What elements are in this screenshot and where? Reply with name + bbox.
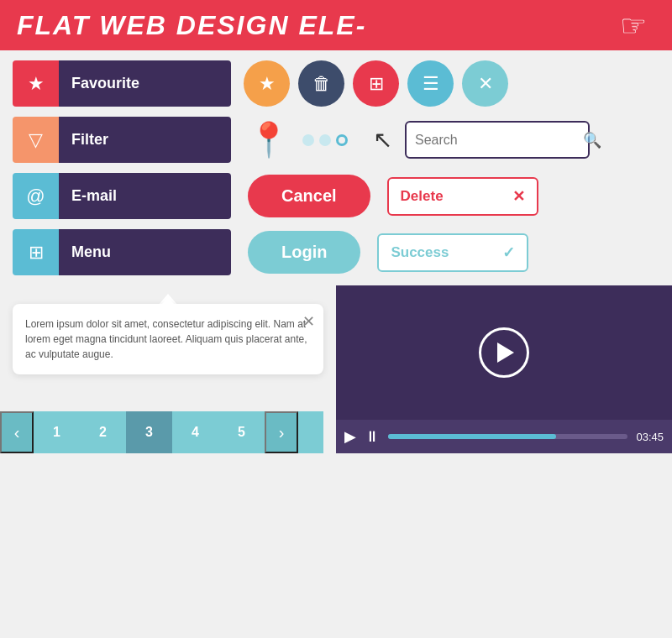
- menu-icon-box: ⊞: [13, 229, 59, 275]
- success-button[interactable]: Success ✓: [377, 233, 528, 272]
- play-button[interactable]: [479, 327, 529, 378]
- cancel-button[interactable]: Cancel: [248, 175, 370, 217]
- search-icon: 🔍: [583, 131, 601, 149]
- filter-icon: ▽: [29, 129, 43, 151]
- filter-icon-box: ▽: [13, 117, 59, 163]
- circle-buttons-row: ★ 🗑 ⊞ ☰ ✕: [244, 60, 659, 107]
- star-circle-btn[interactable]: ★: [244, 60, 290, 107]
- nav-item-filter[interactable]: ▽ Filter: [13, 117, 231, 163]
- row-menu: ⊞ Menu Login Success ✓: [13, 229, 659, 275]
- tooltip-bubble: Lorem ipsum dolor sit amet, consectetur …: [13, 304, 323, 374]
- time-display: 03:45: [636, 431, 664, 443]
- dot-3: [336, 134, 348, 146]
- page-title: FLAT WEB DESIGN ELE-: [17, 10, 366, 41]
- arrow-cursor-icon: ↖: [373, 126, 392, 154]
- video-main: [336, 285, 672, 420]
- page-5-btn[interactable]: 5: [218, 411, 265, 453]
- close-circle-btn[interactable]: ✕: [462, 60, 508, 107]
- dot-2: [319, 134, 331, 146]
- menu-circle-btn[interactable]: ☰: [407, 60, 454, 107]
- email-label: E-mail: [59, 173, 231, 219]
- filter-label: Filter: [59, 117, 231, 163]
- row-filter: ▽ Filter 📍 ↖ 🔍: [13, 117, 659, 163]
- grid-icon: ⊞: [29, 242, 44, 264]
- content-body: ★ Favourite ★ 🗑 ⊞ ☰ ✕ ▽ Filter 📍: [0, 50, 672, 285]
- page-3-btn[interactable]: 3: [126, 411, 172, 453]
- login-button[interactable]: Login: [248, 231, 360, 274]
- row-favourite: ★ Favourite ★ 🗑 ⊞ ☰ ✕: [13, 60, 659, 107]
- page-2-btn[interactable]: 2: [80, 411, 126, 453]
- pagination: ‹ 1 2 3 4 5 ›: [0, 411, 323, 453]
- video-player: ▶ ⏸ 03:45: [336, 285, 672, 453]
- success-label: Success: [391, 244, 449, 261]
- at-icon: @: [26, 186, 45, 207]
- trash-circle-btn[interactable]: 🗑: [298, 60, 344, 107]
- favourite-label: Favourite: [59, 60, 231, 107]
- progress-fill: [388, 434, 556, 439]
- tooltip-text: Lorem ipsum dolor sit amet, consectetur …: [25, 316, 311, 362]
- dots-row: [302, 134, 348, 146]
- search-box[interactable]: 🔍: [405, 121, 590, 159]
- nav-item-favourite[interactable]: ★ Favourite: [13, 60, 231, 107]
- left-bottom: Lorem ipsum dolor sit amet, consectetur …: [0, 285, 336, 453]
- progress-track[interactable]: [388, 434, 627, 439]
- delete-x-icon: ✕: [512, 187, 525, 206]
- play-icon: [497, 343, 514, 363]
- nav-item-menu[interactable]: ⊞ Menu: [13, 229, 231, 275]
- bottom-section: Lorem ipsum dolor sit amet, consectetur …: [0, 285, 672, 453]
- row-email: @ E-mail Cancel Delete ✕: [13, 173, 659, 219]
- grid-circle-btn[interactable]: ⊞: [353, 60, 399, 107]
- star-icon: ★: [28, 73, 45, 95]
- tooltip-close-icon[interactable]: ✕: [302, 312, 315, 331]
- delete-button[interactable]: Delete ✕: [387, 177, 538, 216]
- search-input[interactable]: [415, 133, 583, 148]
- nav-item-email[interactable]: @ E-mail: [13, 173, 231, 219]
- success-check-icon: ✓: [502, 243, 515, 262]
- dot-1: [302, 134, 314, 146]
- page-1-btn[interactable]: 1: [34, 411, 80, 453]
- delete-label: Delete: [401, 188, 444, 205]
- header: FLAT WEB DESIGN ELE- ☞: [0, 0, 672, 50]
- next-page-btn[interactable]: ›: [265, 411, 298, 453]
- email-icon-box: @: [13, 173, 59, 219]
- video-pause-btn[interactable]: ⏸: [365, 428, 380, 446]
- map-pin-icon: 📍: [248, 120, 290, 160]
- favourite-icon-box: ★: [13, 60, 59, 107]
- page-4-btn[interactable]: 4: [172, 411, 218, 453]
- cursor-icon: ☞: [620, 8, 647, 44]
- video-controls: ▶ ⏸ 03:45: [336, 420, 672, 453]
- video-play-btn[interactable]: ▶: [344, 427, 356, 446]
- prev-page-btn[interactable]: ‹: [0, 411, 34, 453]
- menu-label: Menu: [59, 229, 231, 275]
